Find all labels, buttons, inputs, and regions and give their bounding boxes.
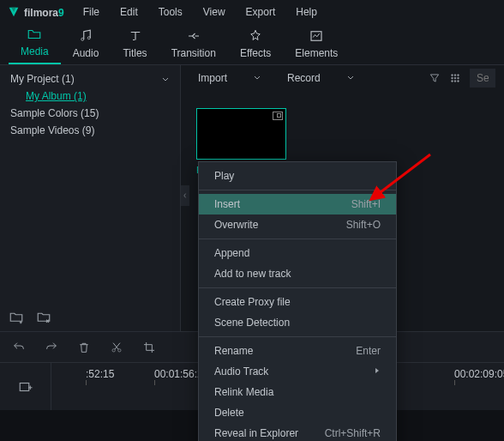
svg-point-5: [458, 75, 459, 76]
record-dropdown[interactable]: Record: [279, 69, 363, 88]
category-toolbar: Media Audio Titles Transition Effects El…: [0, 24, 504, 65]
ctx-relink-media[interactable]: Relink Media: [199, 382, 396, 402]
ctx-reveal-in-explorer[interactable]: Reveal in ExplorerCtrl+Shift+R: [199, 423, 396, 441]
ctx-audio-track[interactable]: Audio Track: [199, 361, 396, 382]
ctx-separator: [199, 336, 396, 337]
tab-elements[interactable]: Elements: [283, 23, 350, 64]
trash-icon[interactable]: [77, 341, 91, 354]
content-toolbar: Import Record: [181, 65, 504, 91]
tab-transition[interactable]: Transition: [159, 23, 228, 64]
tab-media[interactable]: Media: [9, 21, 61, 64]
svg-point-7: [454, 77, 456, 79]
app-version: 9: [58, 7, 64, 19]
ctx-rename[interactable]: RenameEnter: [199, 341, 396, 361]
ctx-add-to-new-track[interactable]: Add to new track: [199, 263, 396, 284]
timeline-add[interactable]: [0, 363, 51, 410]
folder-remove-icon[interactable]: [36, 309, 51, 324]
chevron-down-icon: [161, 75, 170, 83]
chevron-down-icon: [346, 74, 355, 82]
media-thumbnail[interactable]: [196, 108, 286, 160]
ctx-play[interactable]: Play: [199, 166, 396, 186]
svg-rect-14: [20, 383, 29, 390]
submenu-arrow-icon: [374, 365, 381, 378]
tree-album[interactable]: My Album (1): [0, 88, 180, 105]
ctx-insert[interactable]: InsertShift+I: [199, 194, 396, 214]
ruler-tick: :52:15: [86, 368, 114, 380]
menubar: filmora9 FileEditToolsViewExportHelp: [0, 0, 504, 24]
ctx-separator: [199, 190, 396, 190]
app-logo: filmora9: [7, 5, 64, 19]
undo-icon[interactable]: [12, 341, 26, 354]
tab-effects[interactable]: Effects: [228, 23, 283, 64]
ruler-tick: 00:02:09:05: [454, 368, 504, 380]
ctx-scene-detection[interactable]: Scene Detection: [199, 312, 396, 333]
menu-help[interactable]: Help: [287, 3, 326, 21]
filter-icon[interactable]: [429, 72, 441, 84]
menu-tools[interactable]: Tools: [150, 3, 191, 21]
import-dropdown[interactable]: Import: [189, 69, 270, 88]
menu-view[interactable]: View: [195, 3, 234, 21]
svg-point-12: [112, 348, 115, 351]
app-name: filmora: [24, 7, 58, 19]
svg-point-3: [452, 75, 453, 76]
tab-titles[interactable]: Titles: [111, 23, 159, 64]
ctx-overwrite[interactable]: OverwriteShift+O: [199, 214, 396, 235]
svg-point-10: [454, 81, 456, 82]
search-input[interactable]: [470, 69, 495, 88]
crop-icon[interactable]: [142, 341, 156, 354]
context-menu: PlayInsertShift+IOverwriteShift+OAppendA…: [198, 161, 397, 441]
svg-point-11: [458, 81, 459, 82]
clip-icon: [273, 112, 283, 120]
cut-icon[interactable]: [110, 341, 123, 354]
svg-point-8: [458, 77, 459, 79]
ctx-create-proxy-file[interactable]: Create Proxy file: [199, 292, 396, 312]
svg-point-13: [118, 348, 121, 351]
svg-point-6: [452, 77, 453, 79]
tree-project[interactable]: My Project (1): [0, 70, 180, 88]
tab-audio[interactable]: Audio: [61, 23, 111, 64]
tree-colors[interactable]: Sample Colors (15): [0, 105, 180, 122]
menu-export[interactable]: Export: [237, 3, 285, 21]
ctx-separator: [199, 239, 396, 239]
media-sidebar: My Project (1) My Album (1) Sample Color…: [0, 65, 180, 331]
chevron-down-icon: [253, 74, 261, 82]
ctx-separator: [199, 287, 396, 288]
ctx-append[interactable]: Append: [199, 243, 396, 263]
svg-point-4: [454, 75, 456, 76]
redo-icon[interactable]: [45, 341, 58, 354]
menu-edit[interactable]: Edit: [111, 3, 147, 21]
ctx-delete[interactable]: Delete: [199, 402, 396, 423]
menu-file[interactable]: File: [75, 3, 108, 21]
folder-add-icon[interactable]: [9, 309, 24, 324]
svg-point-9: [452, 81, 453, 82]
collapse-handle[interactable]: [181, 185, 189, 206]
tree-videos[interactable]: Sample Videos (9): [0, 122, 180, 139]
grid-icon[interactable]: [449, 72, 461, 84]
